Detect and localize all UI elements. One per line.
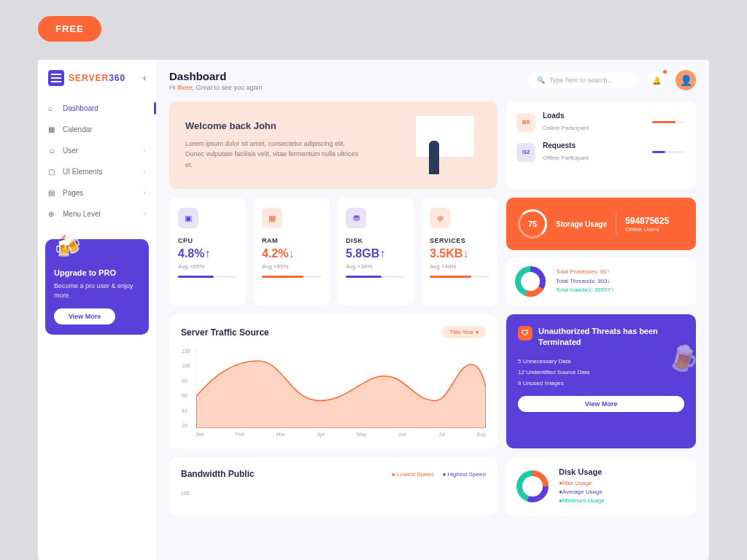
nav-label: Dashboard	[63, 104, 98, 112]
chart-title: Server Traffic Source	[181, 327, 269, 338]
stat-ram: ▦RAM4.2%↓Avg +85%	[253, 198, 330, 306]
search-icon: 🔍	[537, 77, 545, 84]
load-title: Loads	[543, 112, 589, 120]
nav-ui-elements[interactable]: ▢UI Elements›	[38, 161, 156, 182]
bandwidth-ytick: 160	[181, 491, 486, 496]
donut-chart	[515, 266, 546, 297]
stat-disk: ⛃DISK5.8GB↑Avg +36%	[337, 198, 414, 306]
load-progress	[652, 151, 686, 153]
search-input[interactable]: 🔍Type here to search...	[528, 72, 638, 88]
stat-bar	[178, 276, 237, 278]
upgrade-button[interactable]: View More	[54, 308, 115, 324]
processes-card: Total Processes: 61↑Total Threands: 993↓…	[506, 257, 696, 306]
load-sub: Offline Participant	[543, 155, 589, 161]
home-icon: ⌂	[48, 104, 57, 112]
legend-max: ●Max Usage	[559, 479, 605, 488]
user-icon: ☺	[48, 147, 57, 155]
stats-grid: ▣CPU4.8%↑Avg +65% ▦RAM4.2%↓Avg +85% ⛃DIS…	[169, 198, 498, 306]
chart-filter[interactable]: This Year ▾	[442, 326, 486, 338]
nav-label: Calendar	[63, 125, 93, 133]
stat-label: CPU	[178, 237, 237, 244]
upgrade-card: 🍻 Upgrade to PRO Become a pro user & enj…	[45, 239, 149, 335]
stat-avg: Avg +36%	[346, 263, 405, 270]
chevron-right-icon: ›	[144, 211, 146, 217]
stat-services: ⊕SERVICES3.5KB↓Avg +48%	[421, 198, 498, 306]
legend-highest: ● Highest Speed	[442, 471, 486, 478]
upgrade-title: Upgrade to PRO	[54, 268, 140, 277]
stat-cpu: ▣CPU4.8%↑Avg +65%	[169, 198, 246, 306]
stat-value: 5.8GB	[346, 247, 379, 260]
app-window: SERVER360 ‹ ⌂Dashboard ▦Calendar ☺User› …	[38, 60, 709, 560]
legend-avg: ●Average Usage	[559, 488, 605, 497]
ram-icon: ▦	[262, 208, 282, 228]
bandwidth-card: Bandwidth Public● Lowest Speed● Highest …	[169, 457, 498, 516]
beer-icon: 🍻	[52, 231, 83, 261]
legend-min: ●Minimum Usage	[559, 497, 605, 505]
chevron-right-icon: ›	[144, 168, 146, 175]
notifications-button[interactable]: 🔔	[648, 71, 665, 89]
arrow-up-icon: ↑	[379, 247, 385, 260]
stat-bar	[430, 276, 489, 278]
legend-processes: Total Processes: 61↑	[556, 268, 614, 277]
load-row: G2 RequestsOffline Participant	[516, 141, 686, 163]
menu-icon: ⊕	[48, 210, 57, 218]
collapse-icon[interactable]: ‹	[143, 73, 146, 83]
nav-dashboard[interactable]: ⌂Dashboard	[38, 98, 156, 119]
nav-label: User	[63, 147, 78, 155]
greeting-hi: Hi there,	[169, 84, 194, 91]
threat-item: 8 Unused Images	[518, 378, 684, 389]
nav-label: Pages	[63, 189, 83, 197]
greeting-text: Great to see you again	[196, 84, 263, 91]
load-progress	[652, 121, 686, 123]
threats-card: 🍺 🛡Unauthorized Threats has been Termina…	[506, 314, 696, 448]
bell-icon: 🔔	[652, 77, 661, 85]
storage-number: 594875625	[625, 216, 669, 226]
nav-pages[interactable]: ▤Pages›	[38, 182, 156, 203]
arrow-down-icon: ↓	[462, 247, 468, 260]
legend-handles: Total Handles: 26957↑	[556, 286, 614, 295]
storage-ring: 75	[518, 209, 547, 238]
bandwidth-title: Bandwidth Public	[181, 469, 255, 479]
nav-label: UI Elements	[63, 168, 102, 176]
disk-title: Disk Usage	[559, 467, 605, 476]
load-sub: Online Participant	[543, 125, 589, 131]
nav-menu-level[interactable]: ⊕Menu Level›	[38, 203, 156, 225]
stat-value: 4.2%	[262, 247, 288, 260]
free-badge: FREE	[38, 16, 101, 42]
page-title: Dashboard	[169, 70, 263, 82]
brand-part2: 360	[109, 73, 125, 83]
nav-user[interactable]: ☺User›	[38, 140, 156, 161]
upgrade-text: Become a pro user & enjoy more.	[54, 281, 140, 300]
sidebar: SERVER360 ‹ ⌂Dashboard ▦Calendar ☺User› …	[38, 60, 156, 560]
disk-donut	[516, 470, 549, 502]
pages-icon: ▤	[48, 189, 57, 197]
shield-icon: 🛡	[518, 326, 533, 341]
threats-view-more[interactable]: View More	[518, 396, 684, 412]
brand-part1: SERVER	[69, 73, 109, 83]
welcome-text: Lorem ipsum dolor sit amet, consectetur …	[185, 139, 360, 170]
welcome-illustration	[394, 116, 481, 174]
arrow-down-icon: ↓	[288, 247, 294, 260]
logo-icon	[48, 70, 64, 86]
chart-area: 12010080604020	[196, 349, 486, 429]
storage-sub: Online Users	[625, 226, 669, 233]
stat-label: SERVICES	[430, 237, 489, 244]
search-placeholder: Type here to search...	[549, 77, 613, 84]
load-badge: B5	[516, 113, 535, 132]
cpu-icon: ▣	[178, 208, 198, 228]
nav-calendar[interactable]: ▦Calendar	[38, 119, 156, 140]
load-row: B5 LoadsOnline Participant	[516, 112, 686, 133]
avatar[interactable]: 👤	[676, 70, 696, 90]
legend-lowest: ● Lowest Speed	[392, 471, 434, 478]
disk-icon: ⛃	[346, 208, 366, 228]
threat-item: 5 Unnecessary Data	[518, 356, 684, 367]
stat-avg: Avg +48%	[430, 263, 489, 270]
storage-title: Storage Usage	[556, 219, 607, 229]
arrow-up-icon: ↑	[204, 247, 210, 260]
logo[interactable]: SERVER360 ‹	[38, 70, 156, 98]
legend-threads: Total Threands: 993↓	[556, 277, 614, 287]
storage-card: 75 Storage Usage 594875625Online Users	[506, 198, 696, 250]
load-badge: G2	[516, 143, 535, 162]
stat-bar	[262, 276, 321, 278]
disk-usage-card: Disk Usage●Max Usage●Average Usage●Minim…	[506, 457, 696, 516]
